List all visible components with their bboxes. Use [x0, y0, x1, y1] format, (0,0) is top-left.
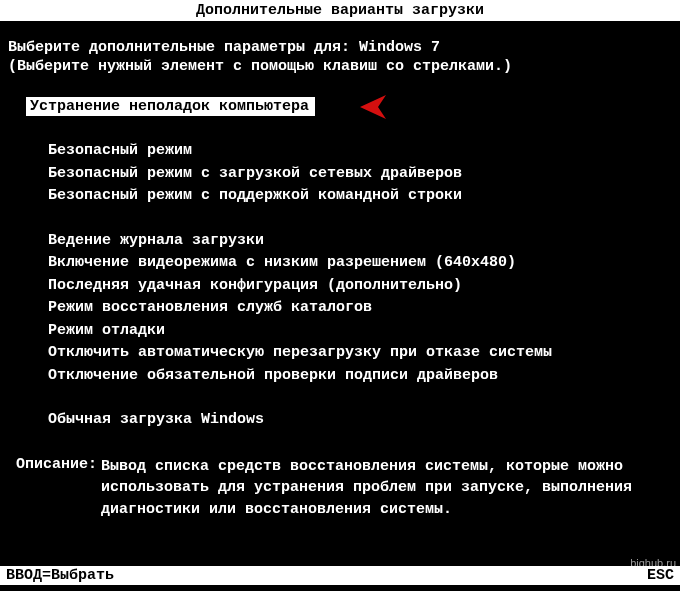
svg-marker-0 — [360, 95, 386, 119]
footer-esc-hint: ESC — [647, 567, 674, 584]
options-list: Безопасный режим Безопасный режим с загр… — [8, 140, 672, 432]
hint-line: (Выберите нужный элемент с помощью клави… — [8, 58, 672, 75]
boot-option[interactable]: Отключить автоматическую перезагрузку пр… — [48, 342, 672, 365]
boot-option[interactable]: Последняя удачная конфигурация (дополнит… — [48, 275, 672, 298]
boot-option[interactable]: Безопасный режим с поддержкой командной … — [48, 185, 672, 208]
group-spacer — [48, 387, 672, 409]
prompt-line: Выберите дополнительные параметры для: W… — [8, 39, 672, 56]
description-block: Описание: Вывод списка средств восстанов… — [8, 456, 672, 521]
group-spacer — [48, 208, 672, 230]
boot-option[interactable]: Включение видеорежима с низким разрешени… — [48, 252, 672, 275]
pointer-arrow-icon — [358, 93, 396, 126]
footer-bar: ВВОД=Выбрать ESC — [0, 566, 680, 585]
footer-enter-hint: ВВОД=Выбрать — [6, 567, 114, 584]
boot-option[interactable]: Обычная загрузка Windows — [48, 409, 672, 432]
boot-option[interactable]: Ведение журнала загрузки — [48, 230, 672, 253]
boot-option[interactable]: Режим отладки — [48, 320, 672, 343]
content-area: Выберите дополнительные параметры для: W… — [0, 21, 680, 521]
description-label: Описание: — [16, 456, 101, 521]
boot-option[interactable]: Режим восстановления служб каталогов — [48, 297, 672, 320]
boot-option[interactable]: Безопасный режим с загрузкой сетевых дра… — [48, 163, 672, 186]
selected-option: Устранение неполадок компьютера — [26, 97, 315, 116]
selected-option-row[interactable]: Устранение неполадок компьютера — [8, 97, 672, 116]
boot-option[interactable]: Безопасный режим — [48, 140, 672, 163]
title-bar: Дополнительные варианты загрузки — [0, 0, 680, 21]
boot-option[interactable]: Отключение обязательной проверки подписи… — [48, 365, 672, 388]
screen-title: Дополнительные варианты загрузки — [196, 2, 484, 19]
description-text: Вывод списка средств восстановления сист… — [101, 456, 672, 521]
